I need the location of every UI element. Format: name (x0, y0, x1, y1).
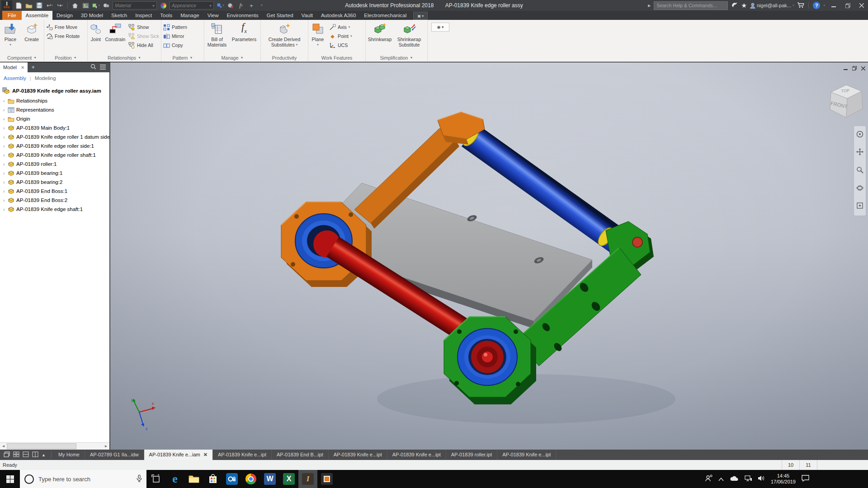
tree-item-part[interactable]: › AP-01839 Knife edge shaft:1 (0, 205, 109, 214)
tab-vault[interactable]: Vault (297, 11, 317, 20)
new-file-button[interactable] (14, 2, 23, 9)
bill-of-materials-button[interactable]: Bill of Materials (204, 21, 230, 47)
doc-tab-my-home[interactable]: My Home (53, 450, 85, 460)
tab-sketch[interactable]: Sketch (107, 11, 131, 20)
tree-item-part[interactable]: › AP-01839 Knife edge roller shaft:1 (0, 150, 109, 160)
task-view-button[interactable] (146, 470, 165, 488)
color-wheel-icon[interactable] (159, 2, 167, 9)
expand-arrow-icon[interactable]: › (2, 134, 6, 140)
plane-button[interactable]: Plane ▾ (308, 21, 327, 47)
expand-arrow-icon[interactable]: › (2, 107, 6, 113)
tree-item-part[interactable]: › AP-01839 End Boss:1 (0, 187, 109, 196)
appearance-combobox[interactable]: Appearance ▾ (170, 1, 214, 9)
excel-icon[interactable]: X (279, 470, 298, 488)
chrome-icon[interactable] (241, 470, 260, 488)
save-button[interactable] (35, 2, 43, 9)
mirror-button[interactable]: Mirror (163, 32, 187, 41)
tree-root-item[interactable]: AP-01839 Knife edge roller assy.iam (0, 85, 109, 96)
expand-arrow-icon[interactable]: › (2, 98, 6, 103)
doc-tab-part[interactable]: AP-01839 Knife e...ipt (329, 450, 387, 460)
tree-item-representations[interactable]: › Representations (0, 105, 109, 114)
start-button[interactable] (0, 470, 20, 488)
group-label-work-features[interactable]: Work Features (308, 54, 365, 61)
communication-center-icon[interactable] (731, 2, 738, 9)
tree-item-part[interactable]: › AP-01839 End Boss:2 (0, 196, 109, 205)
outlook-icon[interactable] (222, 470, 241, 488)
expand-arrow-icon[interactable]: › (2, 143, 6, 149)
expand-arrow-icon[interactable]: › (2, 116, 6, 122)
word-icon[interactable]: W (260, 470, 279, 488)
free-rotate-button[interactable]: Free Rotate (46, 32, 80, 41)
close-icon[interactable]: ✕ (203, 450, 208, 460)
expand-arrow-icon[interactable]: › (2, 170, 6, 176)
cascade-windows-icon[interactable] (4, 451, 10, 458)
group-label-relationships[interactable]: Relationships▼ (88, 54, 161, 61)
create-button[interactable]: Create (21, 21, 42, 42)
render-button[interactable] (81, 2, 90, 9)
minimize-window-button[interactable] (828, 0, 839, 10)
add-tool-button[interactable]: ＋ (247, 2, 255, 9)
viewcube[interactable]: TOP FRONT (823, 80, 866, 123)
close-window-button[interactable] (856, 0, 867, 10)
expand-arrow-icon[interactable]: › (2, 179, 6, 185)
point-button[interactable]: ◆ Point ▾ (329, 32, 352, 41)
expand-arrow-icon[interactable]: › (2, 188, 6, 194)
axis-button[interactable]: Axis ▾ (329, 23, 352, 32)
expand-arrow-icon[interactable]: › (2, 125, 6, 131)
app-store-cart-icon[interactable] (797, 2, 804, 9)
ribbon-collapse-button[interactable]: ◉ ▾ (431, 23, 449, 32)
viewcube-top-label[interactable]: TOP (841, 88, 849, 93)
panel-splitter[interactable] (109, 62, 110, 450)
group-label-productivity[interactable]: Productivity (261, 54, 308, 61)
mode-tab-modeling[interactable]: Modeling (35, 75, 56, 81)
3d-viewport[interactable]: TOP FRONT y x z (110, 62, 868, 450)
expand-arrow-icon[interactable]: › (2, 206, 6, 212)
doc-tab-part[interactable]: AP-01839 Knife e...ipt (497, 450, 556, 460)
inventor-logo-icon[interactable]: I PRO (1, 0, 12, 10)
scroll-right-arrow-icon[interactable]: ► (103, 444, 109, 448)
hide-all-button[interactable]: Hide All (128, 41, 159, 50)
tray-chevron-up-icon[interactable] (718, 475, 724, 483)
doc-tab-active-assembly[interactable]: AP-01839 Knife e...iam ✕ (144, 450, 213, 460)
expand-search-icon[interactable]: ▶ (648, 4, 651, 8)
tree-item-relationships[interactable]: › Relationships (0, 96, 109, 105)
tree-item-part[interactable]: › AP-01839 Knife edge roller 1 datum sid… (0, 132, 109, 141)
tile-vertical-icon[interactable] (32, 451, 38, 458)
tree-item-part[interactable]: › AP-01839 Knife edge roller side:1 (0, 141, 109, 150)
free-move-button[interactable]: Free Move (46, 23, 80, 32)
material-combobox[interactable]: Material ▾ (113, 1, 157, 9)
shrinkwrap-substitute-button[interactable]: Shrinkwrap Substitute (394, 21, 425, 47)
file-explorer-icon[interactable] (184, 470, 203, 488)
browser-tab-model[interactable]: Model ✕ (0, 62, 28, 72)
parameters-quick-icon[interactable]: fx (237, 2, 245, 9)
orbit-icon[interactable] (856, 184, 863, 193)
signed-in-user-button[interactable]: nigel@all-pak... ▾ (750, 3, 794, 9)
show-sick-button[interactable]: Show Sick (128, 32, 159, 41)
show-button[interactable]: Show (128, 23, 159, 32)
tab-assemble[interactable]: Assemble (22, 11, 53, 20)
shrinkwrap-button[interactable]: Shrinkwrap (366, 21, 394, 42)
open-button[interactable] (25, 2, 33, 9)
create-derived-substitutes-button[interactable]: Create Derived Substitutes ▾ (262, 21, 307, 47)
expand-tabs-icon[interactable]: ▲ (42, 453, 46, 457)
group-label-position[interactable]: Position▼ (44, 54, 87, 61)
doc-minimize-button[interactable] (844, 64, 848, 72)
tab-manage[interactable]: Manage (176, 11, 203, 20)
favorites-star-icon[interactable]: ★ (741, 2, 747, 9)
microphone-icon[interactable] (137, 474, 142, 483)
edge-browser-icon[interactable]: e (165, 470, 184, 488)
tree-item-part[interactable]: › AP-01839 Main Body:1 (0, 123, 109, 132)
clear-appearance-button[interactable] (226, 2, 235, 9)
doc-tab-part[interactable]: AP-01839 Knife e...ipt (387, 450, 446, 460)
tile-horizontal-icon[interactable] (23, 451, 29, 458)
network-icon[interactable] (745, 475, 752, 483)
tab-view[interactable]: View (203, 11, 223, 20)
close-icon[interactable]: ✕ (21, 65, 24, 70)
microsoft-store-icon[interactable] (203, 470, 222, 488)
tab-tools[interactable]: Tools (156, 11, 176, 20)
inventor-taskbar-icon[interactable]: I (298, 470, 317, 488)
qat-overflow-button[interactable]: ▼ (258, 2, 266, 9)
tab-environments[interactable]: Environments (222, 11, 262, 20)
doc-tab-drawing[interactable]: AP-02789 G1 IIa...idw (85, 450, 144, 460)
look-at-icon[interactable] (856, 202, 863, 211)
